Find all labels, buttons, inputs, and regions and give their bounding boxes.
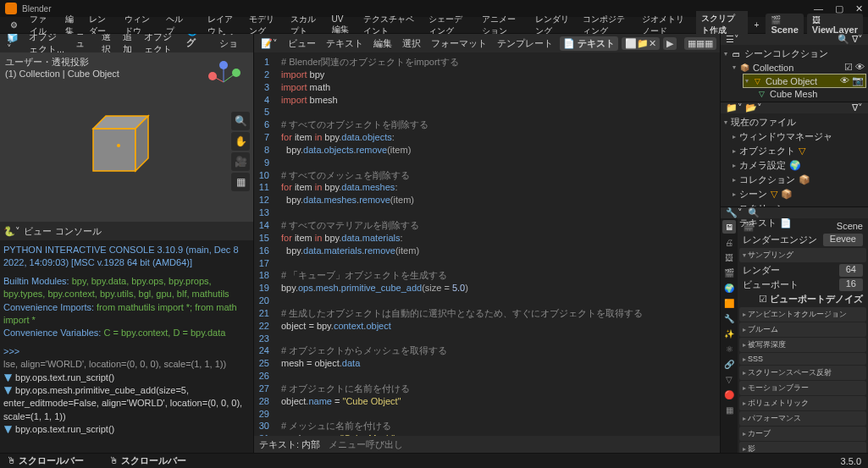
prop-tab-view[interactable]: 🖼 [722, 251, 736, 264]
tab-add[interactable]: + [749, 19, 765, 31]
filter2-icon[interactable]: ∇˅ [852, 102, 863, 113]
console-tab-console[interactable]: コンソール [55, 225, 102, 238]
grid-icon[interactable]: ▦ [231, 173, 250, 191]
menu-status: メニュー呼び出し [329, 438, 403, 451]
section-item[interactable]: 影 [739, 442, 866, 453]
3d-viewport[interactable]: ユーザー・透視投影 (1) Collection | Cube Object 🔍… [0, 52, 253, 222]
console-output: lse, align='WORLD', location=(0, 0, 0), … [3, 358, 250, 371]
camera-icon[interactable]: 🎥 [231, 152, 250, 171]
prop-tab-particle[interactable]: ✨ [722, 327, 736, 340]
prop-tab-constraint[interactable]: 🔗 [722, 357, 736, 371]
line-gutter: 1234567891011121314151617181920212223242… [254, 52, 274, 436]
python-console[interactable]: PYTHON INTERACTIVE CONSOLE 3.10.9 (main,… [0, 240, 253, 453]
section-item[interactable]: 被写界深度 [739, 338, 866, 352]
console-tab-view[interactable]: ビュー [24, 225, 52, 238]
move-icon[interactable]: ✋ [231, 132, 250, 151]
prop-tab-modifier[interactable]: 🔧 [722, 311, 736, 325]
vp-object-label: (1) Collection | Cube Object [5, 69, 119, 79]
text-editor-icon[interactable]: 📝˅ [257, 37, 281, 50]
prop-tab-object[interactable]: 🟧 [722, 296, 736, 310]
svg-line-7 [224, 73, 236, 82]
section-item[interactable]: ブルーム [739, 322, 866, 337]
section-item[interactable]: SSS [739, 353, 866, 365]
prop-tab-scene[interactable]: 🎬 [722, 266, 736, 279]
blend-file-browser[interactable]: ▾現在のファイル ▸ウィンドウマネージャ ▸オブジェクト ▽ ▸カメラ設定 🌍 … [721, 113, 868, 206]
minimize-button[interactable]: — [814, 3, 823, 14]
render-samples[interactable]: 64 [839, 264, 863, 277]
prop-tab-render[interactable]: 🖥 [722, 220, 736, 234]
outliner-icon[interactable]: ☰˅ [726, 34, 739, 45]
outliner[interactable]: ▾🗃シーンコレクション ▾📦Collection☑ 👁 ▾▽Cube Objec… [721, 45, 868, 102]
zoom-icon[interactable]: 🔍 [231, 112, 250, 130]
ed-menu-edit[interactable]: 編集 [370, 36, 395, 51]
section-item[interactable]: パフォーマンス [739, 411, 866, 426]
properties-icon[interactable]: 🔧˅ [726, 207, 743, 218]
outliner-item-selected[interactable]: ▾▽Cube Object👁 📷 [743, 74, 866, 88]
cube-object[interactable] [76, 112, 161, 184]
blendfile-icon[interactable]: 📁˅ 📂˅ [726, 102, 762, 113]
viewport-samples[interactable]: 16 [839, 278, 863, 291]
ed-menu-text[interactable]: テキスト [323, 36, 367, 51]
render-engine-select[interactable]: Eevee [823, 234, 863, 246]
section-item[interactable]: カーブ [739, 427, 866, 441]
console-header: PYTHON INTERACTIVE CONSOLE 3.10.9 (main,… [3, 244, 250, 270]
section-item[interactable]: モーションブラー [739, 381, 866, 395]
svg-marker-0 [93, 129, 135, 171]
run-script-button[interactable]: ▶ [663, 37, 677, 50]
viewlayer-name[interactable]: 🖼 ViewLayer [807, 14, 863, 36]
denoise-checkbox[interactable]: ☑ ビューポートデノイズ [759, 293, 863, 306]
prop-tab-world[interactable]: 🌍 [722, 281, 736, 295]
console-prompt[interactable]: >>> [3, 345, 250, 358]
ed-menu-format[interactable]: フォーマット [428, 36, 490, 51]
prop-tab-texture[interactable]: ▦ [722, 403, 736, 416]
ed-menu-template[interactable]: テンプレート [494, 36, 556, 51]
console-editor-icon[interactable]: 🐍˅ [3, 226, 20, 237]
blender-logo-icon [5, 3, 17, 14]
nav-gizmo[interactable] [202, 61, 245, 103]
section-sampling[interactable]: サンプリング [739, 248, 866, 262]
filter-icon[interactable]: 🔍 ∇˅ [838, 34, 863, 45]
ed-menu-select[interactable]: 選択 [399, 36, 424, 51]
section-item[interactable]: スクリーンスペース反射 [739, 366, 866, 380]
footer-scroll1: 🖱 スクロールバー [7, 454, 84, 467]
text-status: テキスト: 内部 [259, 438, 320, 451]
vp-projection-label: ユーザー・透視投影 [5, 56, 119, 69]
editor-options[interactable]: ▦▦▦ [684, 37, 716, 50]
section-item[interactable]: アンビエントオクルージョン [739, 307, 866, 322]
new-text-button[interactable]: ⬜📁✕ [622, 37, 660, 50]
version-label: 3.5.0 [841, 456, 861, 466]
app-menu-icon[interactable]: ⚙ [5, 19, 23, 31]
prop-tab-material[interactable]: 🔴 [722, 388, 736, 401]
scene-name[interactable]: 🎬 Scene [766, 14, 803, 36]
prop-tab-output[interactable]: 🖨 [722, 235, 736, 249]
code-editor[interactable]: 1234567891011121314151617181920212223242… [254, 52, 720, 436]
code-content[interactable]: # Blender関連のオブジェクトをimportする import bpy i… [274, 52, 720, 436]
prop-tab-data[interactable]: ▽ [722, 372, 736, 386]
close-button[interactable]: ✕ [855, 3, 863, 14]
section-item[interactable]: ボリュメトリック [739, 396, 866, 410]
prop-tab-physics[interactable]: ⚛ [722, 342, 736, 355]
text-datablock[interactable]: 📄 テキスト [560, 36, 618, 51]
ed-menu-view[interactable]: ビュー [285, 36, 319, 51]
footer-scroll2: 🖱 スクロールバー [109, 454, 186, 467]
maximize-button[interactable]: ▢ [835, 3, 843, 14]
svg-point-3 [117, 144, 120, 147]
